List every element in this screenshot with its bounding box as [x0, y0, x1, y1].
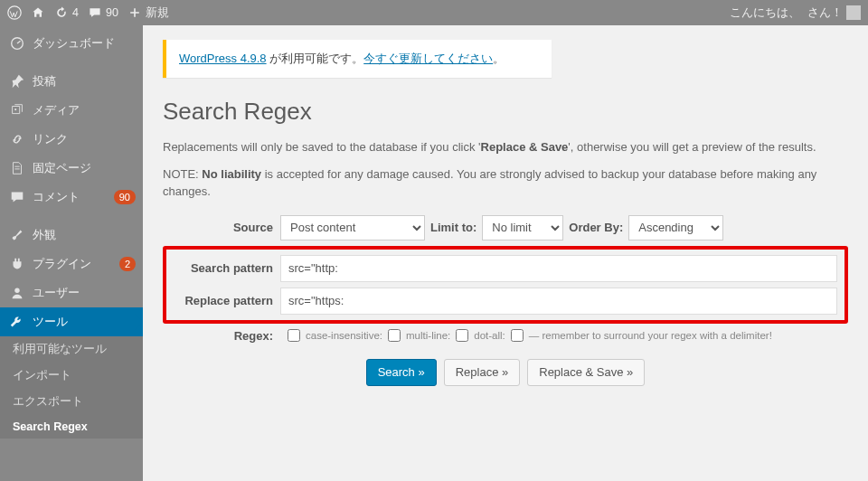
sidebar-item-label: メディア: [33, 102, 136, 118]
user-suffix: さん！: [807, 5, 843, 21]
submenu-export[interactable]: エクスポート: [0, 389, 143, 415]
plugin-icon: [9, 256, 25, 272]
sidebar-item-label: コメント: [33, 189, 107, 205]
dashboard-icon: [9, 35, 25, 52]
greeting: こんにちは、: [730, 5, 800, 21]
action-buttons: Search » Replace » Replace & Save »: [163, 359, 848, 386]
pin-icon: [9, 73, 25, 90]
opt-da-label: dot-all:: [474, 330, 505, 341]
wp-version-link[interactable]: WordPress 4.9.8: [179, 52, 267, 65]
tools-submenu: 利用可能なツール インポート エクスポート Search Regex: [0, 336, 143, 439]
comments-item[interactable]: 90: [88, 5, 118, 20]
page-icon: [9, 160, 25, 176]
limit-select[interactable]: No limit: [482, 215, 563, 240]
submenu-available-tools[interactable]: 利用可能なツール: [0, 336, 143, 363]
sidebar-item-users[interactable]: ユーザー: [0, 278, 143, 307]
update-nag-text1: が利用可能です。: [267, 52, 364, 65]
replace-pattern-label: Replace pattern: [174, 294, 280, 307]
liability-note: NOTE: No liability is accepted for any d…: [163, 165, 848, 201]
admin-sidebar: ダッシュボード 投稿 メディア リンク 固定ページ コメント90 外観 プラグイ…: [0, 25, 143, 481]
replace-save-button[interactable]: Replace & Save »: [527, 359, 645, 386]
home-icon[interactable]: [31, 5, 45, 20]
plugins-badge: 2: [119, 257, 136, 271]
replace-button[interactable]: Replace »: [444, 359, 521, 386]
sidebar-item-comments[interactable]: コメント90: [0, 183, 143, 212]
limit-label: Limit to:: [430, 221, 476, 234]
sidebar-item-label: ツール: [33, 314, 136, 330]
ml-checkbox[interactable]: [456, 329, 468, 342]
brush-icon: [9, 227, 25, 243]
replace-pattern-input[interactable]: [280, 288, 837, 315]
comments-count: 90: [106, 6, 118, 19]
sidebar-item-label: 投稿: [33, 73, 136, 90]
page-title: Search Regex: [163, 98, 848, 126]
refresh-icon: [54, 5, 69, 20]
submenu-search-regex[interactable]: Search Regex: [0, 415, 143, 439]
search-button[interactable]: Search »: [366, 359, 437, 386]
search-pattern-input[interactable]: [280, 255, 837, 282]
ci-checkbox[interactable]: [388, 329, 401, 342]
sidebar-item-plugins[interactable]: プラグイン2: [0, 250, 143, 278]
new-label: 新規: [146, 5, 169, 21]
search-pattern-label: Search pattern: [174, 261, 280, 275]
sidebar-item-media[interactable]: メディア: [0, 96, 143, 125]
avatar: [846, 5, 861, 20]
source-row: Source Post content Limit to: No limit O…: [163, 215, 848, 240]
updates-item[interactable]: 4: [54, 5, 79, 20]
sidebar-item-tools[interactable]: ツール: [0, 307, 143, 336]
sidebar-item-label: リンク: [33, 131, 136, 147]
intro-note: Replacements will only be saved to the d…: [163, 138, 848, 156]
update-now-link[interactable]: 今すぐ更新してください: [363, 52, 493, 65]
order-label: Order By:: [569, 221, 623, 234]
update-nag-tail: 。: [493, 52, 505, 65]
order-select[interactable]: Ascending: [628, 215, 723, 240]
plus-icon: [127, 5, 142, 20]
sidebar-item-label: プラグイン: [33, 256, 112, 272]
svg-point-0: [8, 6, 21, 19]
sidebar-item-dashboard[interactable]: ダッシュボード: [0, 29, 143, 58]
da-checkbox[interactable]: [511, 329, 524, 342]
regex-checkbox[interactable]: [288, 329, 300, 342]
sidebar-item-posts[interactable]: 投稿: [0, 67, 143, 96]
sidebar-item-label: ユーザー: [33, 285, 136, 301]
admin-bar: 4 90 新規 こんにちは、 さん！: [0, 0, 868, 25]
search-regex-form: Source Post content Limit to: No limit O…: [163, 215, 848, 386]
sidebar-item-label: 外観: [33, 227, 136, 243]
update-nag: WordPress 4.9.8 が利用可能です。今すぐ更新してください。: [163, 40, 552, 78]
wrench-icon: [9, 314, 25, 330]
media-icon: [9, 102, 25, 118]
updates-count: 4: [72, 6, 79, 19]
source-label: Source: [163, 221, 280, 234]
regex-hint: — remember to surround your regex with a…: [529, 330, 772, 341]
content-area: WordPress 4.9.8 が利用可能です。今すぐ更新してください。 Sea…: [143, 25, 868, 481]
comment-icon: [9, 189, 25, 205]
regex-row: Regex: case-insensitive: multi-line: dot…: [163, 329, 848, 343]
source-select[interactable]: Post content: [280, 215, 425, 240]
sidebar-item-label: ダッシュボード: [33, 35, 136, 52]
svg-point-3: [14, 288, 19, 293]
sidebar-item-links[interactable]: リンク: [0, 125, 143, 154]
replace-pattern-row: Replace pattern: [174, 288, 837, 315]
comment-icon: [88, 5, 102, 20]
sidebar-item-appearance[interactable]: 外観: [0, 221, 143, 250]
user-icon: [9, 285, 25, 301]
pattern-highlight-box: Search pattern Replace pattern: [163, 246, 848, 324]
submenu-import[interactable]: インポート: [0, 363, 143, 389]
new-item[interactable]: 新規: [127, 5, 169, 21]
search-pattern-row: Search pattern: [174, 255, 837, 282]
wp-logo-icon[interactable]: [7, 5, 22, 20]
svg-point-2: [14, 108, 16, 110]
sidebar-item-pages[interactable]: 固定ページ: [0, 154, 143, 183]
comments-badge: 90: [114, 190, 136, 204]
opt-ci-label: case-insensitive:: [306, 330, 382, 341]
account-item[interactable]: さん！: [807, 5, 861, 21]
sidebar-item-label: 固定ページ: [33, 160, 136, 176]
opt-ml-label: multi-line:: [406, 330, 450, 341]
link-icon: [9, 131, 25, 147]
regex-label: Regex:: [163, 329, 280, 343]
